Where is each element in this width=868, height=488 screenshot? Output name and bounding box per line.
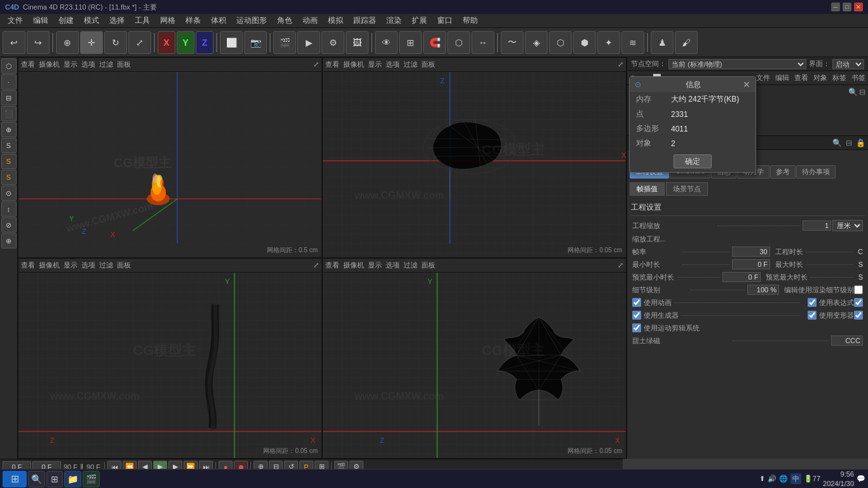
obj-menu-edit[interactable]: 编辑 (775, 73, 789, 83)
lt-select[interactable]: ⬡ (1, 58, 17, 74)
ps-scale-input[interactable] (803, 220, 831, 231)
dynamics-button[interactable]: ≋ (621, 31, 644, 54)
menu-item-编辑[interactable]: 编辑 (28, 14, 53, 27)
viewport-right[interactable]: 查看 摄像机 显示 选项 过滤 面板 ⤢ 右视图 (18, 258, 322, 459)
ps-extra-input[interactable] (831, 336, 863, 346)
vp4-menu-panel[interactable]: 面板 (421, 261, 435, 270)
ps-usemotion-checkbox[interactable] (632, 323, 641, 332)
redo-button[interactable]: ↪ (27, 31, 50, 54)
minimize-button[interactable]: ─ (831, 3, 840, 11)
paint-button[interactable]: 🖌 (675, 31, 698, 54)
vp4-menu-display[interactable]: 显示 (368, 261, 382, 270)
maximize-button[interactable]: □ (843, 3, 851, 11)
menu-item-渲染[interactable]: 渲染 (381, 14, 407, 27)
lt-mirror[interactable]: ↕ (1, 201, 17, 217)
ps-useanim-checkbox[interactable] (632, 298, 641, 307)
vp3-menu-options[interactable]: 选项 (81, 261, 95, 270)
start-button[interactable]: ⊞ (3, 471, 27, 487)
menu-item-跟踪器[interactable]: 跟踪器 (348, 14, 381, 27)
mograph-button[interactable]: ⬢ (573, 31, 596, 54)
menu-item-创建[interactable]: 创建 (53, 14, 79, 27)
playback-button[interactable]: ▶ (297, 31, 320, 54)
character-button[interactable]: ♟ (651, 31, 674, 54)
vp3-menu-filter[interactable]: 过滤 (99, 261, 113, 270)
lt-weld[interactable]: ⊕ (1, 233, 17, 248)
ps-useexpr2-checkbox[interactable] (854, 298, 863, 307)
vp3-menu-view[interactable]: 查看 (21, 261, 35, 270)
lt-edges[interactable]: ⊟ (1, 90, 17, 105)
axis-x-button[interactable]: X (158, 31, 175, 54)
vp4-menu-camera[interactable]: 摄像机 (343, 261, 364, 270)
ps-previewmin-input[interactable] (722, 272, 761, 282)
systray-lang[interactable]: 中 (790, 473, 801, 484)
obj-menu-tag[interactable]: 标签 (832, 73, 846, 83)
obj-menu-view[interactable]: 查看 (794, 73, 808, 83)
taskbar-explorer[interactable]: 📁 (64, 471, 81, 487)
info-ok-button[interactable]: 确定 (674, 154, 712, 168)
lt-snap[interactable]: S (1, 138, 17, 153)
lt-brush[interactable]: ⊙ (1, 186, 17, 201)
nodespace-select[interactable]: 当前 (标准/物理) (668, 59, 806, 69)
object-button[interactable]: ⬜ (220, 31, 243, 54)
ps-useexpr-checkbox[interactable] (808, 298, 817, 307)
systray-network[interactable]: 🌐 (779, 475, 788, 483)
menu-item-帮助[interactable]: 帮助 (458, 14, 483, 27)
ps-usedeform-checkbox[interactable] (808, 311, 817, 320)
viewport-front[interactable]: 查看 摄像机 显示 选项 过滤 面板 ⤢ 正视图 (322, 258, 627, 459)
ps-framerate-input[interactable] (732, 247, 770, 257)
subdivision-button[interactable]: ◈ (525, 31, 548, 54)
move-tool-button[interactable]: ✛ (80, 31, 103, 54)
ps-lod-input[interactable] (747, 285, 779, 295)
search-icon[interactable]: 🔍 (848, 88, 858, 97)
filter-icon[interactable]: ⊟ (859, 88, 865, 97)
menu-item-体积[interactable]: 体积 (206, 14, 231, 27)
menu-item-动画[interactable]: 动画 (297, 14, 323, 27)
menu-item-选择[interactable]: 选择 (104, 14, 130, 27)
obj-menu-object[interactable]: 对象 (813, 73, 827, 83)
rt-lock[interactable]: 🔒 (856, 139, 865, 147)
rt-search[interactable]: 🔍 (832, 139, 842, 147)
ps-usegen-checkbox[interactable] (632, 311, 641, 320)
taskbar-search[interactable]: 🔍 (28, 471, 45, 487)
vp3-expand[interactable]: ⤢ (313, 261, 319, 269)
select-tool-button[interactable]: ⊕ (56, 31, 79, 54)
vp3-menu-panel[interactable]: 面板 (117, 261, 131, 270)
menu-item-文件[interactable]: 文件 (3, 14, 28, 27)
taskbar-apps[interactable]: ⊞ (46, 471, 63, 487)
viewport-perspective[interactable]: 查看 摄像机 显示 选项 过滤 面板 ⤢ 透视视图 默认摄像机 ● (18, 57, 322, 258)
axis-z-button[interactable]: Z (196, 31, 214, 54)
render-to-picture-button[interactable]: 🖼 (346, 31, 369, 54)
rotate-tool-button[interactable]: ↻ (104, 31, 127, 54)
menu-item-窗口[interactable]: 窗口 (432, 14, 458, 27)
ps-subtab-scene[interactable]: 场景节点 (666, 182, 708, 196)
camera-button[interactable]: 📷 (244, 31, 267, 54)
undo-button[interactable]: ↩ (3, 31, 25, 54)
deformer-button[interactable]: ⬡ (549, 31, 572, 54)
snap-button[interactable]: 🧲 (423, 31, 446, 54)
obj-menu-bookmark[interactable]: 书签 (851, 73, 865, 83)
system-clock[interactable]: 9:56 2024/1/30 (823, 470, 854, 488)
vp1-menu-panel[interactable]: 面板 (117, 60, 131, 69)
menu-item-模式[interactable]: 模式 (79, 14, 104, 27)
vp2-menu-options[interactable]: 选项 (386, 60, 400, 69)
info-close-button[interactable]: ✕ (743, 79, 750, 90)
ps-usedeform2-checkbox[interactable] (854, 311, 863, 320)
viewport-top[interactable]: 查看 摄像机 显示 选项 过滤 面板 ⤢ 顶视图 (322, 57, 627, 258)
lt-live[interactable]: ⊕ (1, 122, 17, 137)
lt-knife[interactable]: ⊘ (1, 217, 17, 233)
lt-polys[interactable]: ⬛ (1, 106, 17, 121)
rt-filter2[interactable]: ⊟ (846, 139, 852, 147)
vp2-menu-panel[interactable]: 面板 (421, 60, 435, 69)
vp3-menu-display[interactable]: 显示 (64, 261, 78, 270)
mirror-button[interactable]: ↔ (471, 31, 494, 54)
ps-subtab-frames[interactable]: 帧插值 (630, 182, 665, 196)
scale-tool-button[interactable]: ⤢ (128, 31, 151, 54)
vp2-menu-display[interactable]: 显示 (368, 60, 382, 69)
vp3-menu-camera[interactable]: 摄像机 (39, 261, 60, 270)
vp4-menu-filter[interactable]: 过滤 (403, 261, 417, 270)
close-button[interactable]: ✕ (854, 3, 863, 11)
transform-button[interactable]: ⬡ (447, 31, 470, 54)
spline-button[interactable]: 〜 (501, 31, 524, 54)
vp4-menu-options[interactable]: 选项 (386, 261, 400, 270)
menu-item-样条[interactable]: 样条 (180, 14, 206, 27)
